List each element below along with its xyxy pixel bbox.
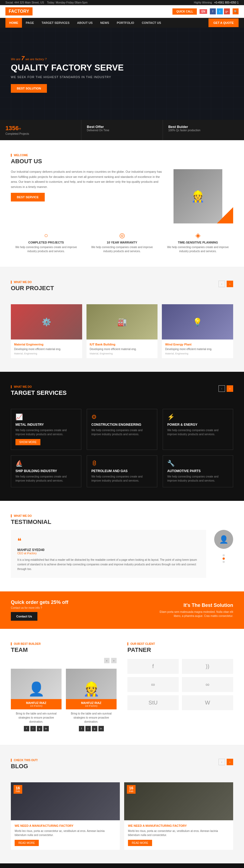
team-prev-btn[interactable]: ‹	[104, 658, 110, 663]
stat-subtitle-offer: Delivered On Time	[87, 129, 157, 132]
feature-warranty-icon: ◎	[87, 231, 157, 239]
blog-date-1: 16 Feb	[127, 785, 135, 794]
partner-logo-2[interactable]: ∞	[127, 677, 179, 692]
get-quote-btn[interactable]: GET A QUOTE	[209, 19, 239, 27]
nav-contact[interactable]: CONTACT US	[138, 18, 165, 28]
projects-prev-btn[interactable]: ‹	[218, 281, 225, 287]
service-construction: ⚙ CONSTRUCTION ENGINEERING We help conne…	[87, 409, 157, 450]
team-social-0: f i g in	[11, 726, 62, 731]
facebook-icon[interactable]: f	[210, 8, 216, 14]
cta-right-text: Etiam porta sem malesuada magna molestie…	[157, 610, 233, 618]
projects-section: WHAT WE DO OUR PROJECT ‹ › ⚙️ Material E…	[0, 267, 244, 372]
partners-title: PATNER	[127, 647, 233, 653]
stat-subtitle-builder: 100% Qc faster production	[169, 129, 239, 132]
metal-icon: 📈	[16, 413, 77, 421]
feature-warranty: ◎ 10 YEAR WARRANTY We help connecting co…	[87, 231, 157, 253]
team-next-btn[interactable]: ›	[111, 658, 117, 663]
blog-prev-btn[interactable]: ‹	[218, 759, 225, 765]
team-gp-0[interactable]: g	[37, 726, 42, 731]
team-arrows: ‹ ›	[11, 658, 117, 663]
services-nav-dots: ‹ ›	[218, 385, 233, 392]
services-next-btn[interactable]: ›	[227, 385, 233, 392]
hero-content: We are 7 we are factory ? QUALITY FACTOR…	[11, 55, 233, 92]
team-section: OUR BEST BUILDER TEAM ‹ › 👤 MAHFUZ RIAZ …	[11, 642, 117, 731]
hero-cta-btn[interactable]: BEST SOLUTION	[11, 84, 47, 93]
team-ln-0[interactable]: in	[43, 726, 49, 731]
header: FACTORY QUICK CALL EN f t g+ 🔍	[0, 5, 244, 18]
search-button[interactable]: 🔍	[233, 8, 239, 14]
feature-completed-title: COMPLETED PROJECTS	[11, 241, 81, 244]
testimonial-role: CEO at iFactory	[17, 552, 200, 555]
nav-target-services[interactable]: TARGET SERVICES	[38, 18, 73, 28]
blog-read-more-0[interactable]: READ MORE	[14, 840, 39, 846]
team-ln-1[interactable]: in	[98, 726, 104, 731]
partner-logo-3[interactable]: ∞	[182, 677, 233, 692]
blog-tag: CHECK THIS OUT!	[11, 759, 38, 762]
language-selector[interactable]: EN	[200, 9, 207, 14]
partner-logo-4[interactable]: StU	[127, 695, 179, 710]
feature-completed: ○ COMPLETED PROJECTS We help connecting …	[11, 231, 81, 253]
about-tag: WELCOME	[11, 154, 233, 157]
cta-contact-btn[interactable]: Contact Us	[11, 612, 37, 621]
power-icon: ⚡	[167, 413, 228, 421]
projects-next-btn[interactable]: ›	[227, 281, 233, 287]
partner-logo-5[interactable]: W	[182, 695, 233, 710]
top-bar: Social: 444 325 Main Street, US Today: M…	[0, 0, 244, 5]
nav-about-us[interactable]: ABOUT US	[73, 18, 96, 28]
project-name-2: Wind Energy Plant	[165, 343, 230, 346]
team-desc-0: Bring to the table and win-survival stra…	[11, 712, 62, 724]
service-metal: 📈 METAL INDUSTRY We help connecting comp…	[11, 409, 81, 450]
tdot-2[interactable]	[222, 558, 225, 560]
project-name-1: IUT Bank Building	[90, 343, 155, 346]
twitter-icon[interactable]: t	[217, 8, 223, 14]
partners-grid: f )) ∞ ∞ StU W	[127, 659, 233, 710]
blog-day-0: 16	[16, 786, 20, 790]
logo[interactable]: FACTORY	[5, 7, 33, 16]
testimonial-inner: ❝ MAHFUZ SYED40 CEO at iFactory It is a …	[11, 530, 233, 578]
partner-logo-1[interactable]: ))	[182, 659, 233, 674]
nav-page[interactable]: PAGE	[22, 18, 38, 28]
quick-call-btn[interactable]: QUICK CALL	[173, 8, 197, 14]
about-paragraph: Our industrial company delivers products…	[11, 169, 165, 190]
project-img-2: 💡	[162, 304, 233, 340]
partner-logo-0[interactable]: f	[127, 659, 179, 674]
projects-nav-dots: ‹ ›	[218, 281, 233, 287]
blog-post-text-1: Morbi leo risus, porta ac consectetur ac…	[128, 829, 230, 837]
team-desc-1: Bring to the table and win-survival stra…	[66, 712, 117, 724]
services-prev-btn[interactable]: ‹	[218, 385, 225, 392]
team-ig-1[interactable]: i	[85, 726, 91, 731]
address: Social: 444 325 Main Street, US	[5, 1, 44, 4]
metal-show-more-btn[interactable]: SHOW MORE	[16, 439, 40, 445]
tdot-3[interactable]	[222, 561, 225, 563]
stat-best-builder: Best Bulder 100% Qc faster production	[163, 120, 244, 140]
nav-portfolio[interactable]: PORTFOLIO	[113, 18, 138, 28]
project-card-2: 💡 Wind Energy Plant Developing more effi…	[162, 304, 233, 358]
team-ig-0[interactable]: i	[30, 726, 36, 731]
blog-header-left: CHECK THIS OUT! BLOG	[11, 759, 38, 774]
team-fb-1[interactable]: f	[79, 726, 84, 731]
service-shipbuilding: ⛵ SHIP BUILDING INDUSTRY We help connect…	[11, 455, 81, 487]
about-btn[interactable]: BEST SERVICE	[11, 193, 45, 202]
petroleum-name: PETROLEUM AND GAS	[91, 469, 153, 473]
tdot-1[interactable]	[222, 554, 225, 556]
project-img-1: 🏭	[87, 304, 158, 340]
stat-number: 1356+	[5, 125, 75, 132]
blog-read-more-1[interactable]: READ MORE	[128, 840, 152, 846]
team-fb-0[interactable]: f	[24, 726, 29, 731]
feature-completed-text: We help connecting companies create and …	[11, 245, 81, 253]
stat-best-offer: Best Offer Delivered On Time	[81, 120, 163, 140]
testimonial-tag: WHAT WE DO	[11, 515, 233, 517]
team-overlay-0: MAHFUZ RIAZ 1st iFactory	[11, 699, 62, 709]
team-gp-1[interactable]: g	[92, 726, 97, 731]
testimonial-pagination	[220, 552, 227, 566]
nav-home[interactable]: HOME	[5, 18, 22, 28]
feature-planning-text: We help connecting companies create and …	[163, 245, 233, 253]
team-photo-1: 👷 MAHFUZ RIAZ 1st iFactory	[66, 669, 117, 709]
top-bar-right: Highly Winning +0-4561 800-4350 1	[194, 1, 239, 4]
construction-name: CONSTRUCTION ENGINEERING	[91, 423, 153, 427]
blog-next-btn[interactable]: ›	[227, 759, 233, 765]
googleplus-icon[interactable]: g+	[224, 8, 230, 14]
about-section: WELCOME ABOUT US Our industrial company …	[0, 140, 244, 267]
project-desc-2: Developing more efficient material eng.	[165, 347, 230, 351]
nav-news[interactable]: NEWS	[96, 18, 113, 28]
